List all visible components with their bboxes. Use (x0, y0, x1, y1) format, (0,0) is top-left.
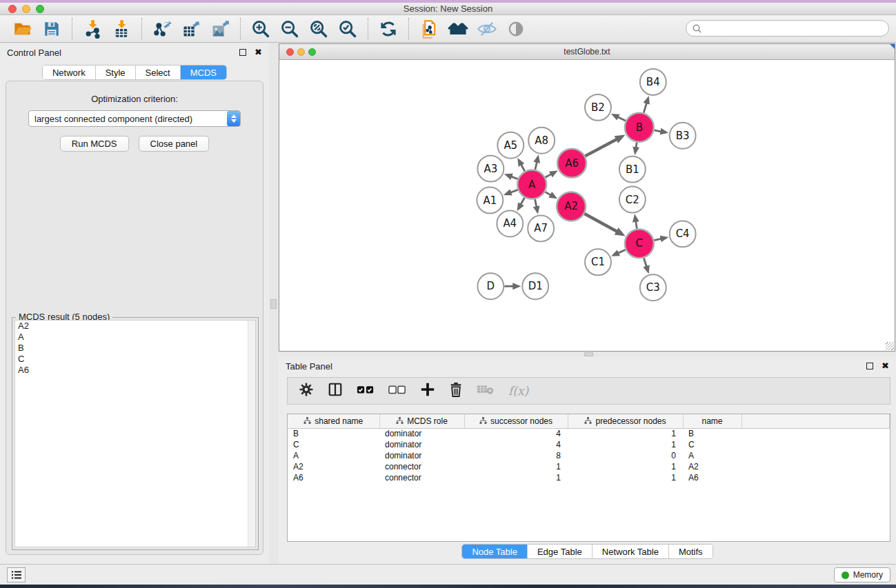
cell[interactable]: 1 (568, 439, 683, 450)
edge-B-B4[interactable] (644, 103, 646, 112)
result-list-item[interactable]: B (15, 343, 255, 354)
node-A1[interactable]: A1 (477, 187, 503, 214)
tab-node-table[interactable]: Node Table (462, 545, 528, 558)
edge-A-A8[interactable] (535, 162, 537, 170)
export-network-icon[interactable] (152, 19, 172, 39)
cell[interactable]: A6 (683, 472, 741, 483)
node-C1[interactable]: C1 (585, 249, 611, 275)
cell[interactable]: 1 (568, 428, 683, 439)
col-predecessor-nodes[interactable]: predecessor nodes (568, 414, 683, 428)
task-history-button[interactable] (7, 567, 26, 582)
tab-motifs[interactable]: Motifs (669, 545, 713, 558)
zoom-selected-icon[interactable] (337, 19, 358, 39)
node-C[interactable]: C (625, 229, 654, 258)
node-B1[interactable]: B1 (619, 156, 646, 183)
zoom-fit-icon[interactable] (308, 19, 329, 39)
add-column-icon[interactable] (420, 382, 435, 400)
cell[interactable]: A (288, 450, 379, 461)
node-C4[interactable]: C4 (670, 221, 696, 247)
float-panel-icon[interactable] (239, 49, 246, 56)
cell[interactable]: 1 (568, 461, 683, 472)
show-eye-icon[interactable] (506, 19, 526, 39)
show-columns-icon[interactable] (328, 382, 343, 400)
col-mcds-role[interactable]: MCDS role (379, 414, 464, 428)
result-list-item[interactable]: A6 (15, 365, 255, 376)
edge-B-B1[interactable] (636, 142, 637, 148)
float-panel-icon[interactable] (866, 363, 873, 369)
edge-B-B2[interactable] (618, 117, 626, 121)
cell[interactable]: C (683, 439, 741, 450)
refresh-icon[interactable] (378, 19, 399, 39)
home-layout-icon[interactable] (448, 19, 468, 39)
zoom-in-icon[interactable] (250, 19, 271, 39)
edge-C-C4[interactable] (654, 239, 661, 240)
cell[interactable]: C (288, 439, 379, 450)
node-D[interactable]: D (477, 273, 504, 299)
cell[interactable]: A2 (683, 461, 741, 472)
mcds-result-list[interactable]: A2ABCA6 (14, 320, 256, 547)
zoom-out-icon[interactable] (279, 19, 300, 39)
splitter-grip[interactable] (270, 299, 277, 309)
node-B2[interactable]: B2 (585, 94, 611, 121)
node-A7[interactable]: A7 (528, 215, 554, 241)
tab-style[interactable]: Style (96, 65, 136, 79)
edge-C-C3[interactable] (644, 258, 646, 266)
edge-A-A2[interactable] (545, 192, 550, 195)
table-row[interactable]: Adominator80A (288, 450, 890, 461)
vertical-splitter[interactable] (269, 43, 279, 564)
resize-grip-icon[interactable] (886, 342, 894, 350)
cell[interactable]: dominator (379, 450, 464, 461)
edge-C-C2[interactable] (636, 221, 637, 229)
result-list-item[interactable]: A2 (15, 321, 255, 332)
export-table-icon[interactable] (181, 19, 201, 39)
import-table-icon[interactable] (111, 19, 132, 39)
cell[interactable]: 8 (464, 450, 568, 461)
search-box[interactable] (686, 20, 889, 37)
edge-A-A1[interactable] (510, 190, 517, 192)
cell[interactable]: 1 (464, 461, 568, 472)
node-B3[interactable]: B3 (670, 123, 696, 149)
table-row[interactable]: Bdominator41B (288, 428, 890, 439)
cell[interactable]: 4 (464, 439, 568, 450)
table-settings-icon[interactable] (299, 382, 314, 400)
memory-button[interactable]: Memory (834, 567, 890, 582)
node-A5[interactable]: A5 (497, 132, 524, 159)
cell[interactable]: A6 (288, 472, 379, 483)
tab-network[interactable]: Network (43, 65, 96, 79)
result-list-item[interactable]: A (15, 332, 255, 343)
network-window-titlebar[interactable]: testGlobe.txt (279, 44, 895, 60)
cell[interactable]: 4 (464, 428, 568, 439)
edge-A-A7[interactable] (535, 199, 537, 207)
close-panel-icon[interactable]: ✖ (255, 49, 262, 56)
node-A4[interactable]: A4 (497, 210, 523, 236)
cell[interactable]: A2 (288, 461, 379, 472)
search-input[interactable] (706, 21, 888, 35)
edge-A2-C[interactable] (584, 214, 617, 232)
cell[interactable]: dominator (379, 439, 464, 450)
tab-mcds[interactable]: MCDS (181, 65, 226, 79)
result-list-scrollbar[interactable] (248, 321, 255, 547)
delete-column-icon[interactable] (449, 382, 463, 400)
col-name[interactable]: name (683, 414, 741, 428)
import-network-icon[interactable] (82, 19, 103, 39)
node-A[interactable]: A (517, 170, 546, 199)
open-file-icon[interactable] (12, 19, 33, 39)
run-mcds-button[interactable]: Run MCDS (60, 136, 129, 152)
col-shared-name[interactable]: shared name (288, 414, 379, 428)
edge-A-A5[interactable] (521, 165, 525, 172)
edge-A6-B[interactable] (585, 139, 617, 156)
table-row[interactable]: A2connector11A2 (288, 461, 890, 472)
cell[interactable]: dominator (379, 428, 464, 439)
node-A8[interactable]: A8 (528, 128, 555, 154)
table-row[interactable]: A6connector11A6 (288, 472, 890, 483)
table-row[interactable]: Cdominator41C (288, 439, 890, 450)
select-all-icon[interactable] (357, 383, 375, 398)
edge-C-C1[interactable] (618, 250, 626, 253)
col-successor-nodes[interactable]: successor nodes (464, 414, 568, 428)
network-canvas[interactable]: B4B2BB3A8A5A6A3B1AA1C2A2A4A7C4CC1DD1C3 (279, 60, 895, 351)
edge-A-A4[interactable] (521, 198, 524, 205)
node-C3[interactable]: C3 (640, 274, 666, 301)
node-C2[interactable]: C2 (619, 187, 646, 213)
save-session-icon[interactable] (41, 19, 62, 39)
tab-network-table[interactable]: Network Table (593, 545, 669, 558)
